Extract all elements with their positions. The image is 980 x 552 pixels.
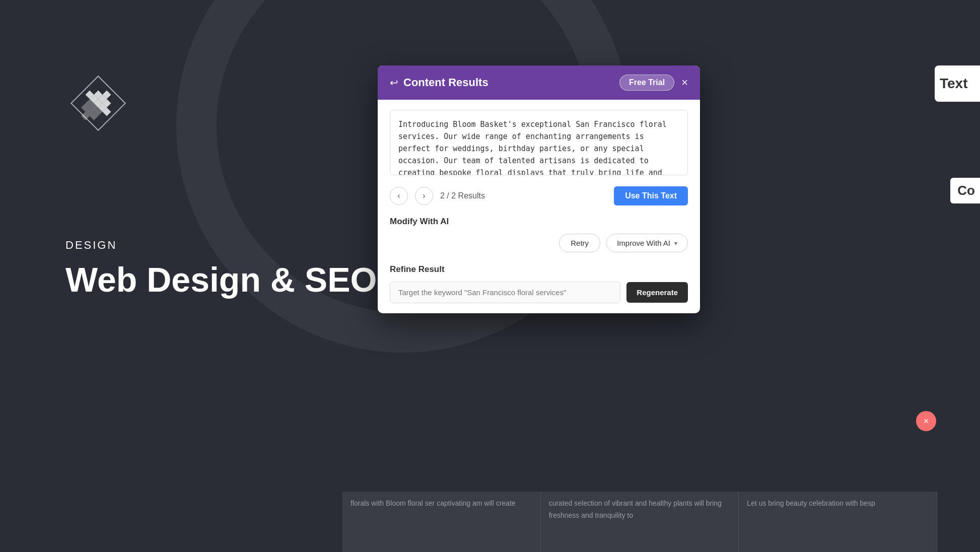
strip-col-1: florals with Bloom floral ser captivatin… [342,492,541,552]
strip-col-2: curated selection of vibrant and healthy… [541,492,739,552]
nav-arrows: ‹ › 2 / 2 Results [390,187,485,205]
content-textarea[interactable] [390,110,688,175]
design-label: DESIGN [65,239,377,252]
result-counter: 2 / 2 Results [440,191,485,200]
logo-diamond [65,71,131,136]
right-text-panel: Text [935,65,980,102]
left-panel: DESIGN Web Design & SEO [65,71,377,299]
website-preview-strip: florals with Bloom floral ser captivatin… [342,492,937,552]
close-pink-icon: × [924,416,929,427]
text-panel-label: Text [940,76,968,91]
dialog-body: ‹ › 2 / 2 Results Use This Text Modify W… [378,100,700,313]
dialog-header-right: Free Trial × [619,75,688,91]
strip-col-3: Let us bring beauty celebration with bes… [739,492,937,552]
free-trial-badge: Free Trial [619,75,674,91]
modify-buttons-row: Retry Improve With AI ▾ [390,234,688,252]
close-pink-button[interactable]: × [916,411,936,431]
improve-ai-button[interactable]: Improve With AI ▾ [606,234,688,252]
strip-col-3-text: Let us bring beauty celebration with bes… [747,498,929,510]
refine-input[interactable] [390,282,620,303]
regenerate-button[interactable]: Regenerate [626,282,688,303]
modify-section-label: Modify With AI [390,217,688,227]
refine-section: Refine Result Regenerate [390,264,688,303]
use-this-text-button[interactable]: Use This Text [614,186,688,205]
close-dialog-button[interactable]: × [681,77,688,88]
undo-icon: ↩ [390,77,398,89]
strip-col-1-text: florals with Bloom floral ser captivatin… [351,498,532,510]
co-partial: Co [950,178,980,203]
next-result-button[interactable]: › [415,187,433,205]
dialog-title-area: ↩ Content Results [390,76,488,89]
strip-col-2-text: curated selection of vibrant and healthy… [549,498,731,522]
prev-result-button[interactable]: ‹ [390,187,408,205]
improve-ai-dropdown-arrow: ▾ [674,240,677,247]
refine-row: Regenerate [390,282,688,303]
navigation-row: ‹ › 2 / 2 Results Use This Text [390,186,688,205]
main-headline: Web Design & SEO [65,261,377,299]
dialog-header: ↩ Content Results Free Trial × [378,65,700,100]
refine-section-label: Refine Result [390,264,688,274]
dialog-title: Content Results [403,76,488,89]
retry-button[interactable]: Retry [559,234,600,252]
content-results-dialog: ↩ Content Results Free Trial × ‹ › 2 / 2… [378,65,700,313]
